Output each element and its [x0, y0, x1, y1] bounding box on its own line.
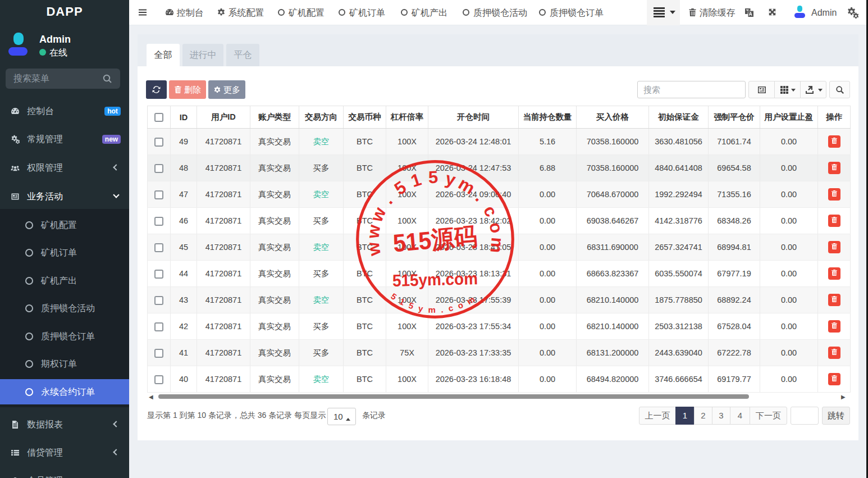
svg-text:.: . [472, 188, 489, 205]
svg-text:w: w [363, 223, 384, 240]
svg-text:5: 5 [428, 167, 438, 188]
svg-text:.: . [378, 192, 396, 208]
svg-text:o: o [486, 221, 507, 235]
svg-text:c: c [479, 202, 501, 220]
svg-text:1: 1 [408, 170, 423, 192]
svg-text:w: w [363, 240, 385, 258]
svg-text:m: m [455, 174, 478, 198]
svg-text:y: y [444, 169, 458, 190]
svg-text:5: 5 [391, 177, 410, 199]
svg-text:515源码: 515源码 [392, 222, 478, 257]
svg-text:w: w [366, 204, 390, 225]
svg-text:m: m [486, 236, 507, 254]
svg-text:515ym.com: 515ym.com [392, 269, 478, 290]
